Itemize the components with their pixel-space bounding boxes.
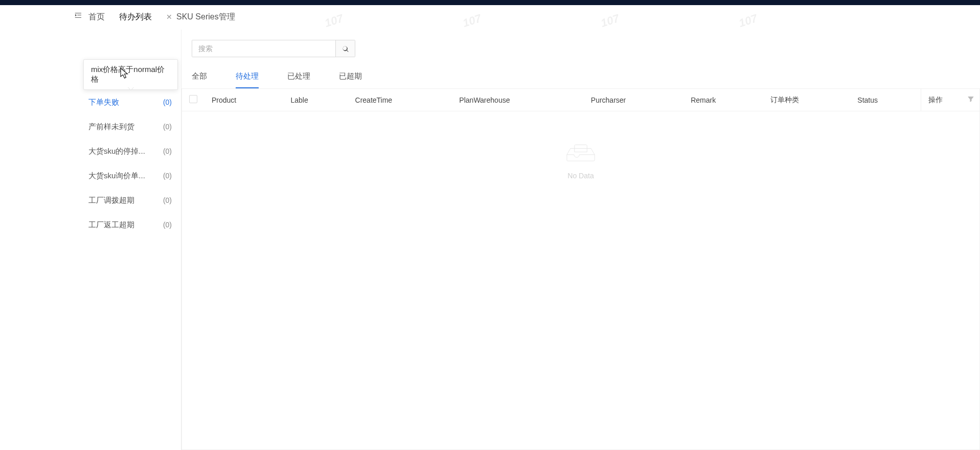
search-button[interactable] bbox=[335, 40, 355, 57]
empty-text: No Data bbox=[182, 172, 979, 180]
search-box bbox=[192, 40, 355, 57]
main-area: 首页 待办列表 ✕ SKU Series管理 107 107 107 107 m… bbox=[79, 5, 980, 450]
column-header-planwarehouse[interactable]: PlanWarehouse bbox=[452, 89, 583, 111]
task-pane: 全部 待处理 已处理 已超期 Product Labl bbox=[181, 30, 980, 450]
watermark: 107 bbox=[737, 12, 759, 30]
column-header-purcharser[interactable]: Purcharser bbox=[584, 89, 683, 111]
column-header-lable[interactable]: Lable bbox=[283, 89, 348, 111]
table-empty-row: No Data bbox=[182, 111, 979, 201]
tabs-bar: 首页 待办列表 ✕ SKU Series管理 107 107 107 107 bbox=[79, 5, 980, 30]
tab-home[interactable]: 首页 bbox=[88, 5, 105, 30]
content-row: mix价格高于normal价格 mix价格高于no... (0) 下单失败 (0… bbox=[79, 30, 980, 450]
search-container bbox=[181, 40, 980, 57]
todo-sidebar: mix价格高于normal价格 mix价格高于no... (0) 下单失败 (0… bbox=[79, 30, 181, 450]
search-icon bbox=[341, 45, 349, 53]
sidebar-item-count: (0) bbox=[163, 123, 172, 131]
sidebar-item-factory-rework[interactable]: 工厂返工超期 (0) bbox=[79, 212, 181, 237]
tab-label: SKU Series管理 bbox=[176, 12, 235, 22]
sidebar-item-preprod-sample[interactable]: 产前样未到货 (0) bbox=[79, 114, 181, 139]
sidebar-item-count: (0) bbox=[163, 147, 172, 155]
sidebar-item-label: 大货sku的停掉... bbox=[88, 147, 145, 156]
sidebar-item-count: (0) bbox=[163, 98, 172, 106]
sidebar-collapse-column bbox=[0, 5, 79, 450]
inbox-icon bbox=[566, 142, 595, 162]
app-shell: 首页 待办列表 ✕ SKU Series管理 107 107 107 107 m… bbox=[0, 5, 980, 450]
sidebar-item-count: (0) bbox=[163, 196, 172, 204]
column-header-checkbox bbox=[182, 89, 204, 111]
empty-state: No Data bbox=[182, 111, 979, 200]
column-header-product[interactable]: Product bbox=[204, 89, 283, 111]
table-header-row: Product Lable CreateTime PlanWarehouse P… bbox=[182, 89, 979, 111]
sidebar-item-count: (0) bbox=[163, 221, 172, 229]
sidebar-item-bulk-sku-stop[interactable]: 大货sku的停掉... (0) bbox=[79, 139, 181, 163]
watermark: 107 bbox=[599, 12, 621, 30]
watermark: 107 bbox=[461, 12, 483, 30]
tab-todo-list[interactable]: 待办列表 bbox=[119, 5, 152, 30]
column-header-ordertype[interactable]: 订单种类 bbox=[763, 89, 850, 111]
sidebar-item-count: (0) bbox=[163, 172, 172, 180]
subtab-all[interactable]: 全部 bbox=[192, 72, 207, 88]
status-subtabs: 全部 待处理 已处理 已超期 bbox=[181, 57, 980, 89]
sidebar-item-label: 大货sku询价单... bbox=[88, 171, 145, 181]
tab-label: 首页 bbox=[88, 12, 105, 22]
search-input[interactable] bbox=[192, 40, 335, 57]
tooltip-text: mix价格高于normal价格 bbox=[91, 65, 165, 83]
sidebar-item-label: 工厂调拨超期 bbox=[88, 196, 134, 205]
tab-label: 待办列表 bbox=[119, 12, 152, 22]
sidebar-item-label: 产前样未到货 bbox=[88, 122, 134, 132]
sidebar-item-order-fail[interactable]: 下单失败 (0) bbox=[79, 90, 181, 114]
column-header-status[interactable]: Status bbox=[850, 89, 921, 111]
subtab-pending[interactable]: 待处理 bbox=[236, 72, 259, 88]
column-header-createtime[interactable]: CreateTime bbox=[348, 89, 452, 111]
select-all-checkbox[interactable] bbox=[189, 95, 197, 103]
table-container: Product Lable CreateTime PlanWarehouse P… bbox=[181, 89, 980, 450]
tab-sku-series[interactable]: ✕ SKU Series管理 bbox=[166, 5, 235, 30]
sidebar-item-bulk-sku-quote[interactable]: 大货sku询价单... (0) bbox=[79, 163, 181, 188]
sidebar-tooltip: mix价格高于normal价格 bbox=[83, 59, 178, 90]
column-header-action-label: 操作 bbox=[928, 96, 943, 104]
subtab-done[interactable]: 已处理 bbox=[287, 72, 310, 88]
sidebar-item-factory-transfer[interactable]: 工厂调拨超期 (0) bbox=[79, 188, 181, 212]
task-table: Product Lable CreateTime PlanWarehouse P… bbox=[182, 89, 979, 200]
watermark: 107 bbox=[323, 12, 345, 30]
column-header-action[interactable]: 操作 bbox=[921, 89, 979, 111]
sidebar-item-label: 工厂返工超期 bbox=[88, 220, 134, 230]
column-header-remark[interactable]: Remark bbox=[683, 89, 763, 111]
sidebar-item-label: 下单失败 bbox=[88, 98, 119, 107]
close-icon[interactable]: ✕ bbox=[166, 13, 172, 20]
top-bar bbox=[0, 0, 980, 5]
filter-icon[interactable] bbox=[967, 96, 974, 104]
subtab-overdue[interactable]: 已超期 bbox=[339, 72, 362, 88]
